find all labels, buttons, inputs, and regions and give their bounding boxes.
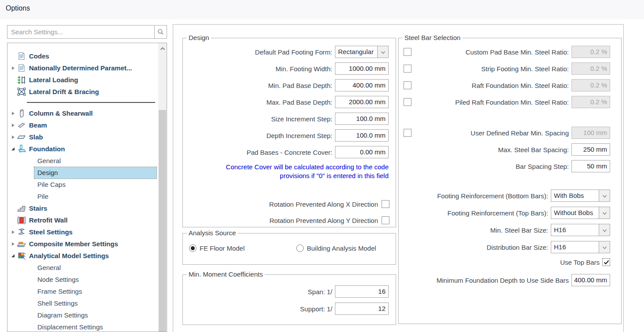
expander-collapsed-icon[interactable] xyxy=(10,119,16,131)
chevron-down-icon xyxy=(381,48,386,56)
min-foundation-depth-side-bars-field[interactable]: 400.00 mm xyxy=(571,274,610,286)
column-icon xyxy=(16,107,27,119)
chevron-down-icon xyxy=(602,192,607,200)
use-top-bars-checkbox[interactable] xyxy=(602,258,610,266)
foundation-icon xyxy=(16,143,27,155)
tree-subitem-design[interactable]: Design xyxy=(7,167,167,179)
min-pad-base-depth-label: Min. Pad Base Depth: xyxy=(183,82,332,89)
tree-scrollbar[interactable] xyxy=(158,43,167,332)
footing-reinforcement-top-bars-dropdown[interactable]: Without Bobs xyxy=(551,207,610,219)
tree-item-stairs[interactable]: Stairs xyxy=(7,202,167,214)
tree-item-codes[interactable]: Codes xyxy=(7,50,167,62)
min-pad-base-depth-field[interactable]: 400.00 mm xyxy=(335,79,389,91)
chevron-down-icon xyxy=(602,226,607,234)
pad-bases-concrete-cover-field[interactable]: 0.00 mm xyxy=(335,146,389,158)
tree-subitem-label[interactable]: Pile xyxy=(34,191,156,202)
tree-item-beam[interactable]: Beam xyxy=(7,119,167,131)
expander-spacer xyxy=(10,86,16,98)
default-pad-footing-form-dropdown-button[interactable] xyxy=(377,46,388,58)
support-coefficient-field[interactable]: 12 xyxy=(335,303,389,315)
tree-item-foundation[interactable]: Foundation xyxy=(7,143,167,155)
expander-collapsed-icon[interactable] xyxy=(10,62,16,74)
tree-subitem-general[interactable]: General xyxy=(7,262,167,274)
building-analysis-model-radio[interactable] xyxy=(296,244,304,252)
document-icon xyxy=(16,50,27,62)
tree-item-steel-settings[interactable]: Steel Settings xyxy=(7,226,167,238)
footing-reinforcement-top-bars-value: Without Bobs xyxy=(551,207,599,219)
expander-collapsed-icon[interactable] xyxy=(10,107,16,119)
strip-footing-min-steel-ratio-checkbox[interactable] xyxy=(404,65,411,73)
tree-subitem-frame-settings[interactable]: Frame Settings xyxy=(7,285,167,297)
custom-pad-base-min-steel-ratio-checkbox[interactable] xyxy=(404,48,411,56)
max-steel-bar-spacing-field[interactable]: 250 mm xyxy=(571,143,610,156)
tree-item-column-shearwall[interactable]: Column & Shearwall xyxy=(7,107,167,119)
tree-subitem-label[interactable]: Pile Caps xyxy=(34,179,156,190)
search-box[interactable]: Search Settings... xyxy=(7,25,167,39)
steel-bar-selection-group: Steel Bar Selection Custom Pad Base Min.… xyxy=(398,38,622,324)
fe-floor-model-radio[interactable] xyxy=(189,244,196,252)
distribution-bar-size-dropdown[interactable]: H16 xyxy=(551,241,610,253)
size-increment-step-label: Size Increment Step: xyxy=(183,115,332,123)
scrollbar-thumb[interactable] xyxy=(159,110,166,332)
bar-spacing-step-field[interactable]: 50 mm xyxy=(571,160,610,172)
rotation-prevented-y-checkbox[interactable] xyxy=(382,216,389,224)
footing-reinforcement-bottom-bars-dropdown[interactable]: With Bobs xyxy=(551,190,610,202)
min-steel-bar-size-dropdown[interactable]: H16 xyxy=(551,224,610,236)
tree-item-analytical-model-settings[interactable]: Analytical Model Settings xyxy=(7,250,167,262)
tree-item-slab[interactable]: Slab xyxy=(7,131,167,143)
min-footing-width-field[interactable]: 1000.00 mm xyxy=(335,62,389,75)
note-line: provisions if "0" is entered in this fie… xyxy=(183,171,389,180)
tree-selected-item[interactable]: Design xyxy=(34,167,156,179)
custom-pad-base-min-steel-ratio-field: 0.2 % xyxy=(571,46,610,58)
size-increment-step-field[interactable]: 100.0 mm xyxy=(335,113,389,125)
tree-subitem-label[interactable]: Shell Settings xyxy=(34,298,156,309)
tree-subitem-pile[interactable]: Pile xyxy=(7,190,167,202)
tree-subitem-label[interactable]: Displacement Settings xyxy=(34,321,156,332)
tree-subitem-general[interactable]: General xyxy=(7,155,167,167)
min-steel-bar-size-dropdown-button[interactable] xyxy=(599,224,610,236)
piled-raft-foundation-min-steel-ratio-checkbox[interactable] xyxy=(404,98,411,106)
search-input[interactable]: Search Settings... xyxy=(7,28,154,36)
fe-floor-model-option[interactable]: FE Floor Model xyxy=(189,244,296,252)
expander-spacer xyxy=(10,74,16,86)
raft-foundation-min-steel-ratio-checkbox[interactable] xyxy=(404,81,411,89)
tree-subitem-pile-caps[interactable]: Pile Caps xyxy=(7,179,167,190)
tree-item-retrofit-wall[interactable]: Retrofit Wall xyxy=(7,214,167,226)
max-pad-base-depth-field[interactable]: 2000.00 mm xyxy=(335,96,389,108)
depth-increment-step-field[interactable]: 100.0 mm xyxy=(335,129,389,142)
default-pad-footing-form-dropdown[interactable]: Rectangular xyxy=(335,46,389,58)
tree-subitem-label[interactable]: General xyxy=(34,262,156,274)
user-defined-rebar-min-spacing-row: User Defined Rebar Min. Spacing100 mm xyxy=(404,127,610,139)
search-button[interactable] xyxy=(154,26,167,38)
tree-subitem-label[interactable]: General xyxy=(34,155,156,167)
tree-subitem-displacement-settings[interactable]: Displacement Settings xyxy=(7,321,167,332)
expander-expanded-icon[interactable] xyxy=(10,250,16,262)
tree-item-label: Slab xyxy=(29,133,43,141)
tree-subitem-node-settings[interactable]: Node Settings xyxy=(7,274,167,285)
expander-collapsed-icon[interactable] xyxy=(10,131,16,143)
expander-collapsed-icon[interactable] xyxy=(10,238,16,250)
span-coefficient-field[interactable]: 16 xyxy=(335,285,389,298)
lateral-loading-icon xyxy=(16,74,27,86)
tree-item-composite-member-settings[interactable]: Composite Member Settings xyxy=(7,238,167,250)
expander-expanded-icon[interactable] xyxy=(10,143,16,155)
footing-reinforcement-bottom-bars-dropdown-button[interactable] xyxy=(599,190,610,201)
tree-subitem-label[interactable]: Node Settings xyxy=(34,274,156,285)
expander-collapsed-icon[interactable] xyxy=(10,226,16,238)
user-defined-rebar-min-spacing-checkbox[interactable] xyxy=(404,129,411,137)
footing-reinforcement-top-bars-dropdown-button[interactable] xyxy=(599,207,610,219)
building-analysis-model-option[interactable]: Building Analysis Model xyxy=(296,244,376,252)
rotation-toggle-label: Rotation Prevented Along X Direction xyxy=(269,201,378,208)
tree-item-lateral-loading[interactable]: Lateral Loading xyxy=(7,74,167,86)
distribution-bar-size-dropdown-button[interactable] xyxy=(599,241,610,253)
moment-coefficients-group: Min. Moment Coefficients Span: 1/16Suppo… xyxy=(182,274,396,325)
tree-item-nationally-determined-paramet[interactable]: Nationally Determined Paramet... xyxy=(7,62,167,74)
tree-subitem-label[interactable]: Frame Settings xyxy=(34,286,156,297)
scroll-up-button[interactable] xyxy=(158,43,167,55)
tree-subitem-label[interactable]: Diagram Settings xyxy=(34,310,156,321)
tree-item-lateral-drift-bracing[interactable]: Lateral Drift & Bracing xyxy=(7,86,167,98)
tree-subitem-shell-settings[interactable]: Shell Settings xyxy=(7,297,167,309)
min-steel-bar-size-label: Min. Steel Bar Size: xyxy=(404,226,548,234)
rotation-prevented-x-checkbox[interactable] xyxy=(382,200,389,208)
tree-subitem-diagram-settings[interactable]: Diagram Settings xyxy=(7,309,167,321)
